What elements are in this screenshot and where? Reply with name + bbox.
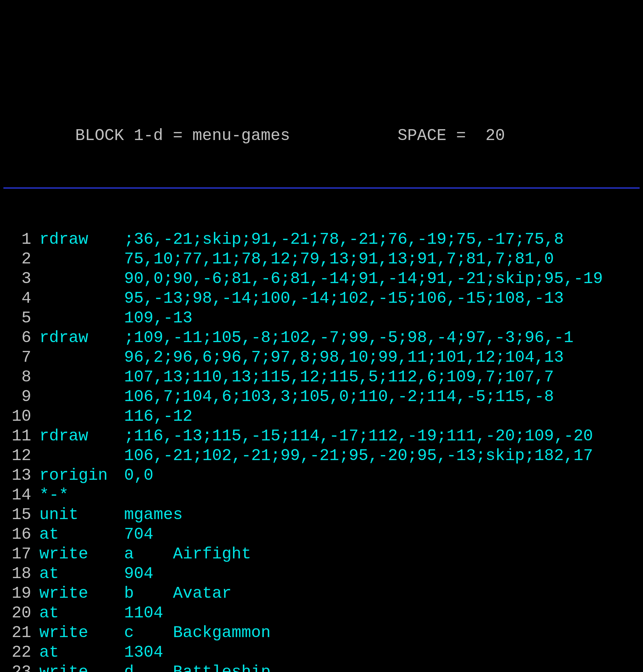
line-number: 5: [3, 308, 39, 328]
code-line[interactable]: 8107,13;110,13;115,12;115,5;112,6;109,7;…: [3, 367, 643, 387]
code-line[interactable]: 9106,7;104,6;103,3;105,0;110,-2;114,-5;1…: [3, 387, 643, 406]
space-value: 20: [485, 126, 505, 145]
line-number: 2: [3, 249, 39, 269]
command-token: write: [39, 662, 124, 672]
line-number: 12: [3, 446, 39, 465]
command-token: at: [39, 564, 124, 584]
code-line[interactable]: 23writed Battleship: [3, 662, 643, 672]
header-prefix: BLOCK: [7, 126, 134, 145]
header-eq: =: [163, 126, 192, 145]
code-line[interactable]: 796,2;96,6;96,7;97,8;98,10;99,11;101,12;…: [3, 347, 643, 367]
argument-text: c Backgammon: [124, 623, 643, 643]
line-number: 15: [3, 505, 39, 525]
line-number: 11: [3, 426, 39, 446]
command-token: [39, 308, 124, 328]
header-rule: [3, 187, 640, 188]
code-line[interactable]: 1rdraw;36,-21;skip;91,-21;78,-21;76,-19;…: [3, 230, 643, 249]
code-line[interactable]: 18at904: [3, 564, 643, 584]
command-token: rdraw: [39, 230, 124, 249]
command-token: [39, 446, 124, 465]
argument-text: 96,2;96,6;96,7;97,8;98,10;99,11;101,12;1…: [124, 347, 643, 367]
code-line[interactable]: 275,10;77,11;78,12;79,13;91,13;91,7;81,7…: [3, 249, 643, 269]
code-line[interactable]: 390,0;90,-6;81,-6;81,-14;91,-14;91,-21;s…: [3, 269, 643, 289]
argument-text: ;116,-13;115,-15;114,-17;112,-19;111,-20…: [124, 426, 643, 446]
command-token: write: [39, 623, 124, 643]
command-token: write: [39, 544, 124, 564]
code-line[interactable]: 5109,-13: [3, 308, 643, 328]
code-line[interactable]: 14*-*: [3, 485, 643, 505]
terminal-screen: BLOCK 1-d = menu-games SPACE = 20 1rdraw…: [0, 80, 643, 672]
argument-text: 1104: [124, 603, 643, 623]
argument-text: b Avatar: [124, 584, 643, 603]
line-number: 1: [3, 230, 39, 249]
command-token: at: [39, 525, 124, 544]
code-line[interactable]: 22at1304: [3, 643, 643, 662]
argument-text: 95,-13;98,-14;100,-14;102,-15;106,-15;10…: [124, 289, 643, 308]
line-number: 7: [3, 347, 39, 367]
command-token: rdraw: [39, 328, 124, 347]
argument-text: 704: [124, 525, 643, 544]
line-number: 8: [3, 367, 39, 387]
line-number: 13: [3, 465, 39, 485]
command-token: [39, 289, 124, 308]
command-token: at: [39, 643, 124, 662]
block-id: 1-d: [134, 126, 163, 145]
line-number: 6: [3, 328, 39, 347]
code-line[interactable]: 17writea Airfight: [3, 544, 643, 564]
code-line[interactable]: 12106,-21;102,-21;99,-21;95,-20;95,-13;s…: [3, 446, 643, 465]
line-number: 22: [3, 643, 39, 662]
command-token: [39, 406, 124, 426]
argument-text: 106,-21;102,-21;99,-21;95,-20;95,-13;ski…: [124, 446, 643, 465]
argument-text: 1304: [124, 643, 643, 662]
header-line: BLOCK 1-d = menu-games SPACE = 20: [3, 126, 643, 146]
code-line[interactable]: 16at704: [3, 525, 643, 544]
argument-text: mgames: [124, 505, 643, 525]
command-token: at: [39, 603, 124, 623]
command-token: *-*: [39, 485, 124, 505]
line-number: 9: [3, 387, 39, 406]
line-number: 14: [3, 485, 39, 505]
line-number: 3: [3, 269, 39, 289]
code-line[interactable]: 6rdraw;109,-11;105,-8;102,-7;99,-5;98,-4…: [3, 328, 643, 347]
argument-text: d Battleship: [124, 662, 643, 672]
code-line[interactable]: 11rdraw;116,-13;115,-15;114,-17;112,-19;…: [3, 426, 643, 446]
argument-text: 90,0;90,-6;81,-6;81,-14;91,-14;91,-21;sk…: [124, 269, 643, 289]
argument-text: 904: [124, 564, 643, 584]
command-token: [39, 269, 124, 289]
code-line[interactable]: 10116,-12: [3, 406, 643, 426]
command-token: [39, 387, 124, 406]
code-line[interactable]: 15unitmgames: [3, 505, 643, 525]
line-number: 10: [3, 406, 39, 426]
code-line[interactable]: 495,-13;98,-14;100,-14;102,-15;106,-15;1…: [3, 289, 643, 308]
code-line[interactable]: 20at1104: [3, 603, 643, 623]
line-number: 19: [3, 584, 39, 603]
code-body: 1rdraw;36,-21;skip;91,-21;78,-21;76,-19;…: [3, 230, 643, 672]
argument-text: 0,0: [124, 465, 643, 485]
line-number: 18: [3, 564, 39, 584]
command-token: rdraw: [39, 426, 124, 446]
block-name: menu-games: [192, 126, 290, 145]
command-token: [39, 367, 124, 387]
code-line[interactable]: 21writec Backgammon: [3, 623, 643, 643]
line-number: 21: [3, 623, 39, 643]
argument-text: [124, 485, 643, 505]
argument-text: a Airfight: [124, 544, 643, 564]
line-number: 17: [3, 544, 39, 564]
line-number: 23: [3, 662, 39, 672]
command-token: [39, 249, 124, 269]
space-label: SPACE =: [290, 126, 485, 145]
line-number: 20: [3, 603, 39, 623]
code-line[interactable]: 13rorigin0,0: [3, 465, 643, 485]
argument-text: 109,-13: [124, 308, 643, 328]
line-number: 4: [3, 289, 39, 308]
argument-text: ;109,-11;105,-8;102,-7;99,-5;98,-4;97,-3…: [124, 328, 643, 347]
argument-text: 75,10;77,11;78,12;79,13;91,13;91,7;81,7;…: [124, 249, 643, 269]
argument-text: 116,-12: [124, 406, 643, 426]
command-token: write: [39, 584, 124, 603]
argument-text: 106,7;104,6;103,3;105,0;110,-2;114,-5;11…: [124, 387, 643, 406]
line-number: 16: [3, 525, 39, 544]
command-token: unit: [39, 505, 124, 525]
code-line[interactable]: 19writeb Avatar: [3, 584, 643, 603]
command-token: [39, 347, 124, 367]
argument-text: ;36,-21;skip;91,-21;78,-21;76,-19;75,-17…: [124, 230, 643, 249]
